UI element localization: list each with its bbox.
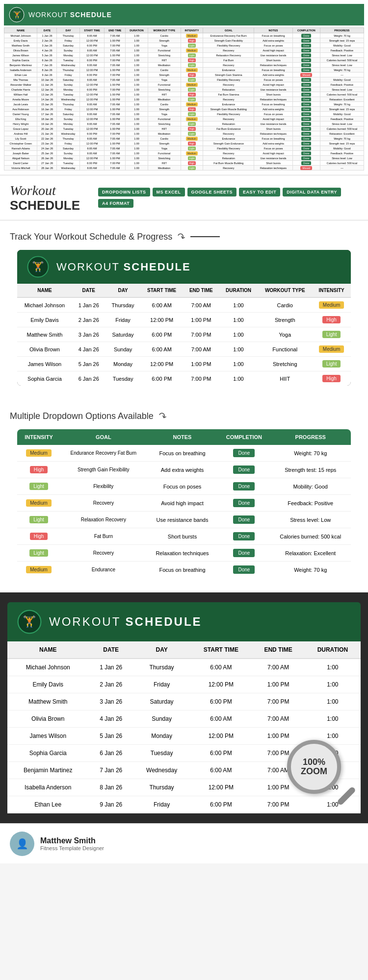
- status-badge: Done: [233, 515, 255, 524]
- status-badge: Done: [233, 532, 255, 540]
- intensity-badge: Medium: [319, 301, 344, 309]
- dropdown-cell: Done: [218, 545, 270, 562]
- spreadsheet-col-header: NAME: [4, 28, 37, 33]
- table-row: Michael Johnson1 Jan 26Thursday6:00 AM7:…: [17, 297, 351, 313]
- intensity-badge: Medium: [26, 449, 52, 457]
- table-cell: Medium: [181, 33, 203, 38]
- status-badge: Done: [233, 499, 255, 507]
- table-cell: Focus on breathing: [254, 68, 292, 73]
- table-row: Matthew Smith3 Jan 26Saturday6:00 PM7:00…: [4, 43, 364, 48]
- table-cell: Stress level: Low: [320, 156, 364, 161]
- intensity-badge: High: [188, 127, 196, 131]
- card-cell: 2 Jan 26: [72, 313, 105, 327]
- zoom-cell: Sunday: [133, 710, 190, 728]
- table-cell: Strength Gain Stamina: [203, 73, 254, 77]
- card-cell: High: [312, 313, 351, 327]
- promo-title: Workout Schedule: [10, 183, 88, 212]
- table-cell: High: [181, 38, 203, 43]
- table-cell: Weight: 70 kg: [320, 136, 364, 141]
- intensity-badge: Light: [322, 331, 341, 338]
- status-badge: Done: [301, 63, 311, 67]
- table-cell: 1:00: [126, 151, 148, 156]
- table-cell: 6:00 AM: [79, 146, 105, 151]
- table-cell: Strength: [148, 73, 181, 77]
- table-cell: Done: [292, 141, 320, 146]
- table-cell: Cardio: [148, 136, 181, 141]
- table-cell: Fat Burn Stamina: [203, 92, 254, 97]
- table-cell: Friday: [57, 73, 79, 77]
- table-cell: Calories burned: 500 kcal: [320, 92, 364, 97]
- promo-badge-item: DROPDOWN LISTS: [98, 188, 150, 196]
- table-cell: Mia Thomas: [4, 77, 37, 82]
- dropdown-cell: Weight: 70 kg: [270, 562, 351, 578]
- table-cell: 22 Jan 26: [37, 136, 57, 141]
- promo-badge-item: MS EXCEL: [153, 188, 185, 196]
- zoom-icon: 🏋: [17, 610, 42, 634]
- intensity-badge: High: [188, 39, 196, 43]
- spreadsheet-col-header: COMPLETION: [292, 28, 320, 33]
- table-cell: Tuesday: [57, 161, 79, 166]
- table-cell: 1:00: [126, 82, 148, 87]
- table-cell: Mobility: Good: [320, 146, 364, 151]
- table-row: James Wilson5 Jan 26Monday12:00 PM1:00 P…: [17, 357, 351, 371]
- card-cell: 3 Jan 26: [72, 327, 105, 342]
- table-cell: 6:00 AM: [79, 151, 105, 156]
- table-cell: Joseph Baker: [4, 151, 37, 156]
- dropdown-cell: Relaxation: Excellent: [270, 545, 351, 562]
- zoom-cell: 6:00 PM: [190, 796, 252, 813]
- table-cell: Andrew Hill: [4, 131, 37, 136]
- table-cell: 1:00: [126, 126, 148, 131]
- table-cell: 7:00 AM: [105, 48, 126, 53]
- intensity-badge: High: [188, 142, 196, 146]
- zoom-cell: 12:00 PM: [190, 779, 252, 796]
- zoom-cell: Friday: [133, 796, 190, 813]
- table-cell: Done: [292, 48, 320, 53]
- table-cell: Recovery: [203, 117, 254, 122]
- spreadsheet-section: 🏋 WORKOUT SCHEDULE NAMEDATEDAYSTART TIME…: [0, 0, 368, 174]
- table-cell: 1:00: [126, 156, 148, 161]
- table-cell: 1 Jan 26: [37, 33, 57, 38]
- card-cell: 6:00 AM: [140, 297, 183, 313]
- table-cell: 6:00 AM: [79, 33, 105, 38]
- table-cell: 7:00 PM: [105, 73, 126, 77]
- zoom-cell: 12:00 PM: [190, 728, 252, 745]
- table-cell: 27 Jan 26: [37, 161, 57, 166]
- table-cell: Recovery: [203, 63, 254, 68]
- zoom-col-header: DATE: [88, 641, 133, 659]
- table-cell: 12:00 PM: [79, 141, 105, 146]
- table-cell: Saturday: [57, 43, 79, 48]
- card-cell: Friday: [105, 313, 141, 327]
- table-row: Lily Scott22 Jan 26Thursday6:00 AM7:00 A…: [4, 136, 364, 141]
- spreadsheet-col-header: DAY: [57, 28, 79, 33]
- table-cell: 6:00 AM: [79, 112, 105, 117]
- dropdown-cell: Avoid high impact: [147, 495, 218, 512]
- table-cell: Done: [292, 87, 320, 92]
- card-cell: 1:00: [219, 342, 258, 357]
- table-cell: 8 Jan 26: [37, 68, 57, 73]
- table-cell: 1:00: [126, 102, 148, 107]
- table-cell: 12:00 PM: [79, 38, 105, 43]
- table-cell: 9 Jan 26: [37, 73, 57, 77]
- table-cell: 26 Jan 26: [37, 156, 57, 161]
- dropdown-cell: Done: [218, 445, 270, 462]
- card-cell: 1:00: [219, 357, 258, 371]
- status-badge: Done: [301, 93, 311, 97]
- intensity-badge: Light: [29, 483, 48, 490]
- zoom-cell: 2 Jan 26: [88, 676, 133, 693]
- card-cell: Stretching: [258, 357, 312, 371]
- table-cell: 6:00 PM: [79, 43, 105, 48]
- table-cell: Monday: [57, 156, 79, 161]
- table-cell: 1:00: [126, 43, 148, 48]
- table-cell: Light: [181, 112, 203, 117]
- table-cell: Light: [181, 53, 203, 58]
- table-cell: Light: [181, 131, 203, 136]
- table-cell: Missed: [292, 166, 320, 171]
- table-cell: 18 Jan 26: [37, 117, 57, 122]
- card-cell: 6:00 AM: [140, 342, 183, 357]
- dropdown-arrow-icon: ↷: [157, 409, 168, 423]
- table-cell: 1:00 PM: [105, 38, 126, 43]
- table-cell: Feedback: Positive: [320, 117, 364, 122]
- intensity-badge: Light: [188, 63, 196, 67]
- dropdown-cell: Done: [218, 462, 270, 478]
- table-cell: 14 Jan 26: [37, 97, 57, 102]
